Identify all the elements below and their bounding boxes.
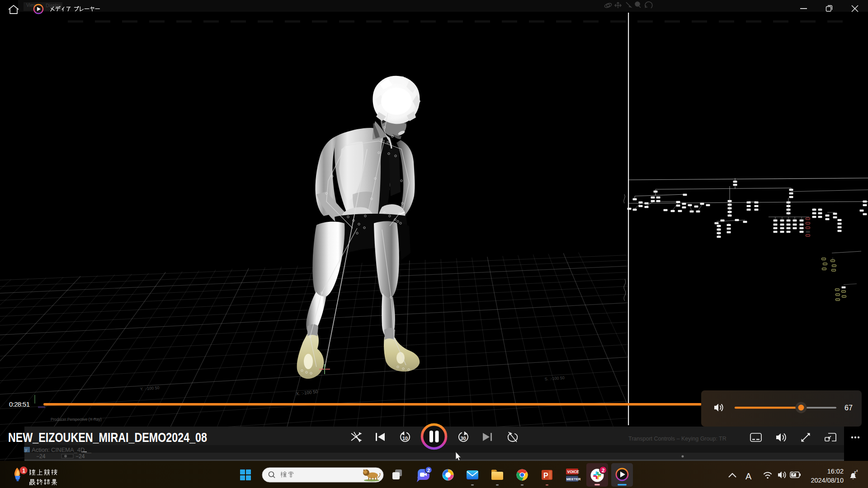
svg-text:10: 10 bbox=[402, 436, 408, 441]
svg-text:y: y bbox=[25, 447, 27, 452]
svg-text:NEW_EIZOUKEN_MIRAI_DEMO2024_08: NEW_EIZOUKEN_MIRAI_DEMO2024_08 bbox=[8, 430, 207, 445]
svg-text:z: z bbox=[856, 469, 858, 472]
svg-text:16:02: 16:02 bbox=[827, 468, 844, 475]
svg-text:Transport Controls – Keying Gr: Transport Controls – Keying Group: TR bbox=[628, 436, 726, 442]
svg-text:1: 1 bbox=[22, 468, 25, 474]
svg-text:P: P bbox=[543, 472, 548, 479]
svg-text:−24: −24 bbox=[36, 453, 46, 460]
svg-text:67: 67 bbox=[844, 404, 853, 412]
svg-text:2: 2 bbox=[602, 468, 604, 473]
svg-text:30: 30 bbox=[461, 436, 466, 441]
svg-text:CINEMA_4D__: CINEMA_4D__ bbox=[51, 446, 92, 453]
svg-text:Producer Perspective (X-Ray): Producer Perspective (X-Ray) bbox=[51, 417, 102, 422]
svg-text:Action:: Action: bbox=[32, 446, 50, 453]
svg-text:2024/08/10: 2024/08/10 bbox=[811, 477, 844, 484]
svg-text:MEETER: MEETER bbox=[566, 477, 581, 481]
svg-text:VOICE: VOICE bbox=[567, 469, 580, 474]
svg-text:2: 2 bbox=[427, 468, 430, 473]
svg-text:A: A bbox=[745, 471, 752, 481]
svg-text:−24: −24 bbox=[75, 453, 85, 460]
svg-text:0:28:51: 0:28:51 bbox=[9, 400, 30, 408]
